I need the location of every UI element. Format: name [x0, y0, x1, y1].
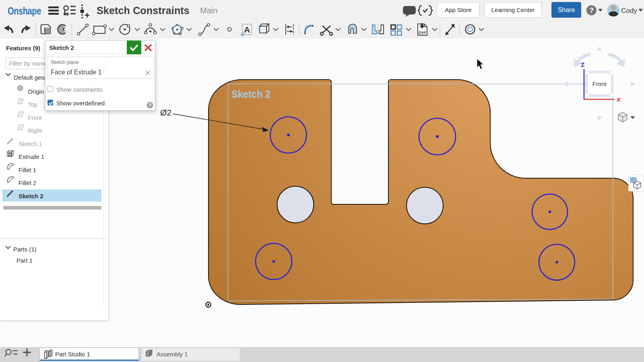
- svg-text:Z: Z: [581, 61, 584, 68]
- svg-text:?: ?: [589, 6, 594, 14]
- svg-text:A: A: [244, 25, 250, 34]
- svg-text:Cody: Cody: [621, 7, 637, 14]
- svg-text:Ø2: Ø2: [160, 108, 171, 117]
- svg-text:X: X: [617, 96, 621, 103]
- svg-text:DXF: DXF: [419, 30, 426, 35]
- svg-text:Sketch 2: Sketch 2: [231, 88, 270, 100]
- svg-text:?: ?: [149, 103, 151, 108]
- svg-text:Front: Front: [592, 80, 607, 87]
